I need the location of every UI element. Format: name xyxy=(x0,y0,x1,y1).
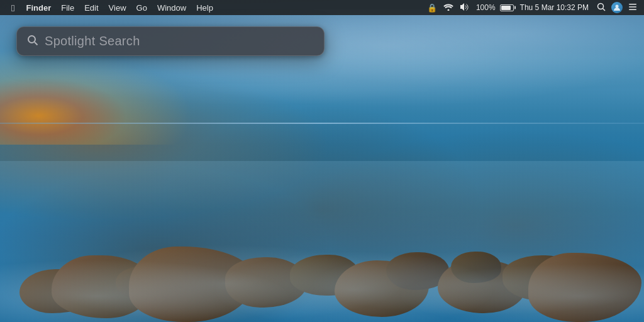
lock-icon: 🔒 xyxy=(425,3,439,13)
spotlight-input[interactable] xyxy=(45,34,314,48)
svg-point-0 xyxy=(598,3,604,9)
window-menu[interactable]: Window xyxy=(152,0,191,15)
foam-overlay xyxy=(0,193,644,322)
menubar:  Finder File Edit View Go Window Help 🔒 xyxy=(0,0,644,15)
svg-point-2 xyxy=(616,5,619,8)
wifi-icon[interactable] xyxy=(441,3,455,13)
menubar-right: 🔒 100% Thu 5 Mar 10:32 PM xyxy=(425,0,644,15)
menubar-left:  Finder File Edit View Go Window Help xyxy=(0,0,218,15)
clock[interactable]: Thu 5 Mar 10:32 PM xyxy=(516,0,592,15)
view-menu[interactable]: View xyxy=(104,0,131,15)
help-menu[interactable]: Help xyxy=(191,0,218,15)
finder-menu[interactable]: Finder xyxy=(21,0,56,15)
search-icon xyxy=(27,35,38,48)
spotlight-menubar-icon[interactable] xyxy=(595,3,608,13)
control-center-icon[interactable] xyxy=(626,3,639,13)
user-avatar[interactable] xyxy=(611,2,623,13)
audio-icon[interactable] xyxy=(458,3,470,13)
svg-rect-4 xyxy=(629,6,636,8)
svg-rect-5 xyxy=(629,9,636,10)
svg-line-7 xyxy=(35,42,38,45)
svg-line-1 xyxy=(603,8,606,11)
file-menu[interactable]: File xyxy=(56,0,79,15)
svg-point-6 xyxy=(28,36,35,43)
horizon xyxy=(0,123,644,124)
edit-menu[interactable]: Edit xyxy=(79,0,103,15)
battery-indicator[interactable]: 100% xyxy=(473,0,514,15)
spotlight-container xyxy=(16,26,325,56)
svg-rect-3 xyxy=(629,4,636,5)
battery-percent: 100% xyxy=(473,0,499,15)
apple-menu[interactable]:  xyxy=(5,0,21,15)
spotlight-bar xyxy=(16,26,325,56)
go-menu[interactable]: Go xyxy=(131,0,152,15)
battery-fill xyxy=(501,6,511,10)
battery-icon xyxy=(500,4,514,11)
